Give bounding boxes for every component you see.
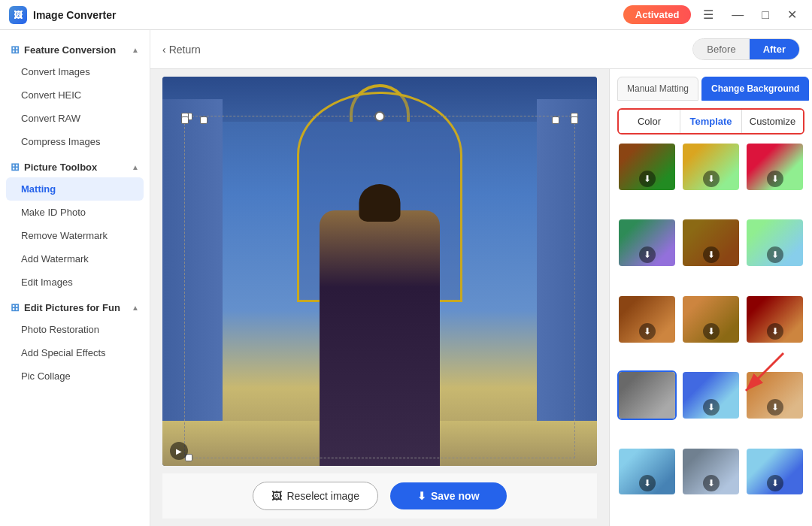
app-icon: 🖼 <box>9 6 27 24</box>
template-thumb-14: ⬇ <box>683 449 739 495</box>
template-item-9[interactable]: ⬇ <box>745 295 804 344</box>
sidebar-item-add-watermark[interactable]: Add Watermark <box>0 247 150 271</box>
topbar: ‹ Return Before After <box>150 30 812 69</box>
download-icon-3: ⬇ <box>767 171 783 187</box>
before-after-toggle: Before After <box>692 38 800 60</box>
sidebar-item-add-special-effects[interactable]: Add Special Effects <box>0 341 150 364</box>
sidebar-item-convert-heic[interactable]: Convert HEIC <box>0 83 150 107</box>
template-thumb-10 <box>619 372 675 419</box>
content-row: ▶ 🖼 Reselect image ⬇ Save now <box>150 69 812 526</box>
download-icon-8: ⬇ <box>703 323 720 340</box>
return-arrow-icon: ‹ <box>162 44 166 56</box>
template-grid: ⬇ ⬇ ⬇ <box>610 142 812 526</box>
tab-change-background[interactable]: Change Background <box>701 77 809 101</box>
download-icon-15: ⬇ <box>767 475 783 491</box>
sidebar-section-picture-toolbox[interactable]: ⊞ Picture Toolbox ▲ <box>0 153 150 177</box>
subtab-color[interactable]: Color <box>619 110 680 133</box>
menu-button[interactable]: ☰ <box>697 5 720 25</box>
sidebar-item-convert-images[interactable]: Convert Images <box>0 60 150 83</box>
toolbox-icon: ⊞ <box>11 161 20 173</box>
template-item-10[interactable] <box>617 370 677 420</box>
hair <box>359 184 401 222</box>
template-thumb-11: ⬇ <box>683 372 739 419</box>
template-item-14[interactable]: ⬇ <box>681 447 741 497</box>
fun-icon: ⊞ <box>11 301 20 313</box>
subtab-customize[interactable]: Customize <box>742 110 803 133</box>
sidebar-item-convert-raw[interactable]: Convert RAW <box>0 107 150 130</box>
image-area: ▶ 🖼 Reselect image ⬇ Save now <box>150 69 609 526</box>
download-icon-11: ⬇ <box>703 399 720 416</box>
download-icon-12: ⬇ <box>767 399 783 416</box>
main-layout: ⊞ Feature Conversion ▲ Convert Images Co… <box>0 30 812 526</box>
tab-manual-matting[interactable]: Manual Matting <box>617 77 698 101</box>
sidebar-item-edit-images[interactable]: Edit Images <box>0 271 150 294</box>
template-item-8[interactable]: ⬇ <box>681 295 741 344</box>
image-canvas: ▶ <box>162 77 597 466</box>
template-item-1[interactable]: ⬇ <box>617 142 677 192</box>
reselect-image-button[interactable]: 🖼 Reselect image <box>253 482 378 510</box>
save-now-button[interactable]: ⬇ Save now <box>390 482 507 509</box>
download-icon-5: ⬇ <box>703 246 720 263</box>
titlebar-right: Activated ☰ — □ ✕ <box>623 5 803 25</box>
download-icon-2: ⬇ <box>703 171 720 187</box>
sidebar-section-feature-conversion[interactable]: ⊞ Feature Conversion ▲ <box>0 36 150 60</box>
template-item-3[interactable]: ⬇ <box>745 142 804 192</box>
sidebar-item-compress-images[interactable]: Compress Images <box>0 130 150 153</box>
template-item-2[interactable]: ⬇ <box>681 142 741 192</box>
canvas-background <box>162 77 597 466</box>
sidebar: ⊞ Feature Conversion ▲ Convert Images Co… <box>0 30 150 526</box>
woman-figure <box>320 210 440 466</box>
download-icon-7: ⬇ <box>639 323 656 340</box>
fun-chevron-icon: ▲ <box>132 304 139 312</box>
template-item-7[interactable]: ⬇ <box>617 295 677 344</box>
subtab-template[interactable]: Template <box>680 110 742 133</box>
content-wrapper: ‹ Return Before After <box>150 30 812 526</box>
activated-button[interactable]: Activated <box>623 5 692 24</box>
download-icon-13: ⬇ <box>639 475 656 491</box>
return-button[interactable]: ‹ Return <box>162 44 201 56</box>
template-item-4[interactable]: ⬇ <box>617 218 677 268</box>
template-thumb-4: ⬇ <box>619 219 675 266</box>
template-item-6[interactable]: ⬇ <box>745 218 804 268</box>
template-item-12[interactable]: ⬇ <box>745 370 804 420</box>
edit-pictures-fun-label: Edit Pictures for Fun <box>24 302 120 313</box>
sidebar-item-make-id-photo[interactable]: Make ID Photo <box>0 201 150 224</box>
chevron-icon: ▲ <box>132 46 139 54</box>
download-icon-9: ⬇ <box>767 323 783 340</box>
save-icon: ⬇ <box>417 490 426 502</box>
template-thumb-9: ⬇ <box>747 296 803 343</box>
sidebar-item-matting[interactable]: Matting <box>6 177 144 201</box>
template-thumb-5: ⬇ <box>683 219 739 266</box>
after-button[interactable]: After <box>750 39 799 59</box>
titlebar: 🖼 Image Converter Activated ☰ — □ ✕ <box>0 0 812 30</box>
left-column <box>162 99 223 466</box>
template-subtabs: Color Template Customize <box>617 108 804 135</box>
template-thumb-8: ⬇ <box>683 296 739 343</box>
app-title: Image Converter <box>33 9 116 21</box>
save-label: Save now <box>431 490 480 502</box>
close-button[interactable]: ✕ <box>781 5 803 25</box>
template-thumb-12: ⬇ <box>747 372 803 419</box>
template-item-11[interactable]: ⬇ <box>681 370 741 420</box>
template-item-15[interactable]: ⬇ <box>745 447 804 497</box>
template-thumb-15: ⬇ <box>747 449 803 495</box>
reselect-icon: 🖼 <box>271 490 282 502</box>
feature-conversion-icon: ⊞ <box>11 44 20 56</box>
sidebar-item-pic-collage[interactable]: Pic Collage <box>0 364 150 388</box>
sidebar-section-edit-pictures-fun[interactable]: ⊞ Edit Pictures for Fun ▲ <box>0 294 150 318</box>
template-item-5[interactable]: ⬇ <box>681 218 741 268</box>
minimize-button[interactable]: — <box>726 5 750 25</box>
right-column <box>537 99 597 466</box>
titlebar-left: 🖼 Image Converter <box>9 6 116 24</box>
playback-button[interactable]: ▶ <box>170 442 188 460</box>
download-icon-1: ⬇ <box>639 171 656 187</box>
maximize-button[interactable]: □ <box>756 5 775 25</box>
template-thumb-1: ⬇ <box>619 144 675 190</box>
before-button[interactable]: Before <box>693 39 749 59</box>
template-item-13[interactable]: ⬇ <box>617 447 677 497</box>
right-tabs: Manual Matting Change Background Change … <box>610 69 812 101</box>
download-icon-14: ⬇ <box>703 475 720 491</box>
sidebar-item-photo-restoration[interactable]: Photo Restoration <box>0 318 150 341</box>
sidebar-item-remove-watermark[interactable]: Remove Watermark <box>0 224 150 247</box>
template-thumb-6: ⬇ <box>747 219 803 266</box>
